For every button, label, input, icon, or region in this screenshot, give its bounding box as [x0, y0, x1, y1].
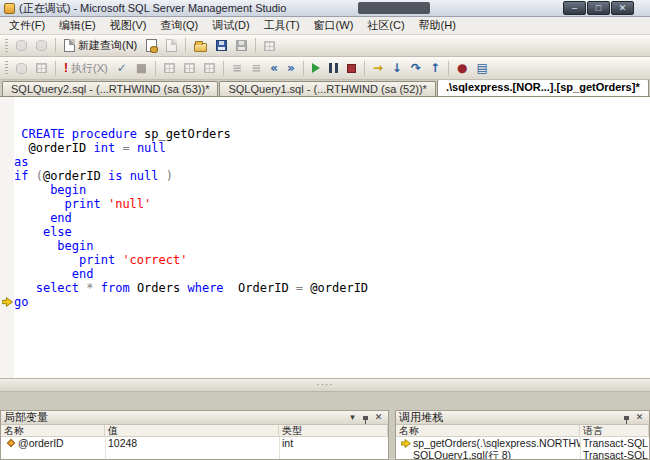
step-into-button[interactable]: ↓ [388, 59, 406, 78]
toolbar-separator [185, 38, 186, 53]
code-line[interactable] [14, 99, 650, 113]
locals-rows: @orderID10248int [1, 437, 388, 459]
breakpoints-window-button[interactable]: ● [453, 59, 471, 78]
close-icon[interactable]: ✕ [633, 412, 646, 424]
callstack-rows: sp_getOrders(.\sqlexpress.NORTHWINDTrans… [396, 437, 649, 459]
menu-item[interactable]: 编辑(E) [52, 16, 103, 35]
code-line[interactable]: select * from Orders where OrderID = @or… [14, 281, 650, 295]
current-statement-arrow [2, 297, 13, 307]
code-line[interactable]: if (@orderID is null ) [14, 169, 650, 183]
close-icon[interactable]: ✕ [372, 412, 385, 424]
maximize-button[interactable]: □ [587, 1, 610, 15]
new-query-label: 新建查询(N) [78, 38, 137, 53]
disconnect-button[interactable] [32, 36, 51, 55]
table-row[interactable]: sp_getOrders(.\sqlexpress.NORTHWINDTrans… [396, 437, 649, 449]
database-engine-query-button[interactable] [142, 36, 161, 55]
analysis-query-button[interactable] [162, 36, 181, 55]
column-header[interactable]: 名称 [396, 425, 580, 436]
indent-icon: » [287, 61, 295, 76]
callstack-panel: 调用堆栈 ✕ 名称语言 sp_getOrders(.\sqlexpress.NO… [395, 410, 650, 460]
comment-button[interactable]: ≡ [228, 59, 246, 78]
available-databases-button[interactable] [12, 59, 31, 78]
toolbar-separator [55, 61, 56, 76]
splitter-handle[interactable]: ···· [0, 378, 650, 392]
parse-check-icon: ✓ [117, 61, 127, 76]
pin-icon[interactable] [620, 412, 633, 424]
column-header[interactable]: 值 [105, 425, 279, 436]
table-row[interactable]: @orderID10248int [1, 437, 388, 449]
variable-name-cell: @orderID [1, 437, 105, 449]
code-line[interactable]: begin [14, 239, 650, 253]
code-line[interactable]: as [14, 155, 650, 169]
column-header[interactable]: 语言 [580, 425, 649, 436]
available-databases-icon [16, 63, 27, 74]
close-button[interactable]: ✕ [611, 1, 634, 15]
parse-button[interactable]: ✓ [113, 59, 131, 78]
document-tab[interactable]: SQLQuery2.sql - (...RTHWIND (sa (53))* [2, 81, 218, 96]
open-file-icon [194, 43, 207, 52]
results-file-button[interactable] [200, 59, 219, 78]
code-line[interactable]: CREATE procedure sp_getOrders [14, 127, 650, 141]
indent-button[interactable]: » [283, 59, 299, 78]
step-over-button[interactable]: ↷ [407, 59, 425, 78]
step-over-icon: ↷ [411, 61, 421, 76]
connect-button[interactable] [12, 36, 31, 55]
show-next-statement-icon: → [373, 61, 383, 76]
menu-item[interactable]: 社区(C) [360, 16, 411, 35]
results-grid-button[interactable] [180, 59, 199, 78]
minimize-button[interactable]: – [563, 1, 586, 15]
code-editor[interactable]: CREATE procedure sp_getOrders @orderID i… [0, 97, 650, 378]
menu-item[interactable]: 调试(D) [205, 16, 256, 35]
editor-margin[interactable] [0, 97, 14, 378]
immediate-window-button[interactable]: ▤ [472, 59, 491, 78]
code-line[interactable]: go [14, 295, 650, 309]
break-all-button[interactable] [325, 59, 342, 78]
menu-item[interactable]: 窗口(W) [307, 16, 361, 35]
toolbar-separator [364, 61, 365, 76]
save-button[interactable] [212, 36, 231, 55]
outdent-icon: « [270, 61, 278, 76]
open-file-button[interactable] [190, 36, 211, 55]
app-window: (正在调试) - Microsoft SQL Server Management… [0, 0, 650, 460]
save-all-button[interactable] [232, 36, 251, 55]
menu-item[interactable]: 视图(V) [103, 16, 154, 35]
menu-item[interactable]: 工具(T) [257, 16, 307, 35]
stack-frame-cell: sp_getOrders(.\sqlexpress.NORTHWIND [396, 437, 580, 449]
new-query-button[interactable]: 新建查询(N) [60, 36, 141, 55]
print-button[interactable] [260, 36, 279, 55]
results-text-button[interactable] [160, 59, 179, 78]
code-line[interactable]: end [14, 267, 650, 281]
change-connection-button[interactable] [32, 59, 51, 78]
document-tab[interactable]: SQLQuery1.sql - (...RTHWIND (sa (52))* [219, 81, 435, 96]
code-line[interactable]: begin [14, 183, 650, 197]
code-lines[interactable]: CREATE procedure sp_getOrders @orderID i… [14, 99, 650, 378]
step-out-button[interactable]: ↑ [426, 59, 444, 78]
toolbar-grip[interactable] [5, 61, 8, 75]
immediate-window-icon: ▤ [476, 61, 487, 76]
cancel-query-button[interactable]: ■ [132, 59, 151, 78]
code-line[interactable]: print 'correct' [14, 253, 650, 267]
code-line[interactable] [14, 113, 650, 127]
pin-icon[interactable] [359, 412, 372, 424]
chevron-down-icon[interactable]: ▾ [346, 412, 359, 424]
menu-item[interactable]: 帮助(H) [412, 16, 463, 35]
splitter-grip-icon: ···· [316, 379, 333, 390]
continue-button[interactable] [308, 59, 324, 78]
results-text-icon [164, 63, 175, 73]
uncomment-button[interactable]: ≡ [247, 59, 265, 78]
stop-debugging-button[interactable] [343, 59, 360, 78]
menu-item[interactable]: 查询(Q) [153, 16, 205, 35]
table-row[interactable]: SQLQuery1.sql(行 8)Transact-SQL [396, 449, 649, 459]
column-header[interactable]: 名称 [1, 425, 105, 436]
menu-item[interactable]: 文件(F) [2, 16, 52, 35]
outdent-button[interactable]: « [266, 59, 282, 78]
document-tab[interactable]: .\sqlexpress.[NOR...].[sp_getOrders]* [437, 80, 649, 96]
execute-button[interactable]: ! 执行(X) [60, 59, 112, 78]
code-line[interactable]: print 'null' [14, 197, 650, 211]
toolbar-grip[interactable] [5, 39, 8, 53]
code-line[interactable]: else [14, 225, 650, 239]
code-line[interactable]: end [14, 211, 650, 225]
code-line[interactable]: @orderID int = null [14, 141, 650, 155]
column-header[interactable]: 类型 [279, 425, 388, 436]
show-next-statement-button[interactable]: → [369, 59, 387, 78]
